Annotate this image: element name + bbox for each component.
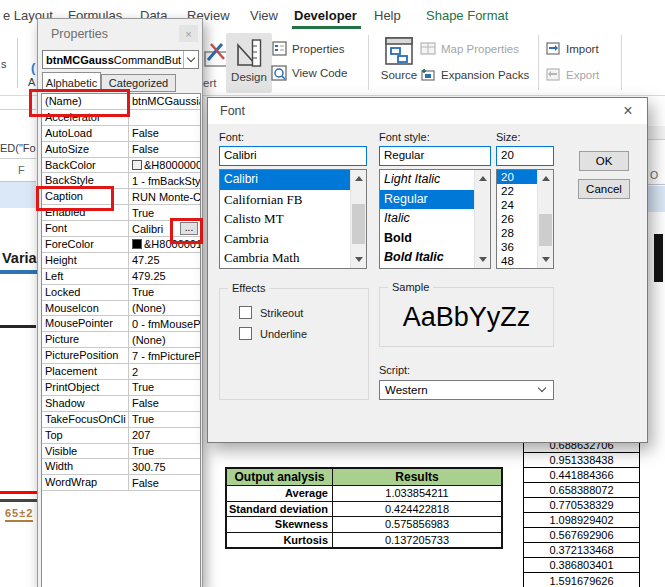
font-style-input[interactable]: Regular <box>379 146 491 166</box>
number-cell[interactable]: 0.770538329 <box>524 498 639 513</box>
number-cell[interactable]: 0.567692906 <box>524 528 639 543</box>
property-row-placement[interactable]: Placement2 <box>42 364 200 380</box>
property-value[interactable]: 479.25 <box>129 269 200 284</box>
selected-cell-highlight[interactable] <box>0 182 36 208</box>
font-option-calibri[interactable]: Calibri <box>220 170 350 190</box>
font-option-calisto-mt[interactable]: Calisto MT <box>220 209 350 229</box>
close-icon[interactable]: × <box>611 98 645 124</box>
import-button[interactable]: Import <box>545 41 599 56</box>
font-list-scrollbar[interactable] <box>350 170 366 268</box>
property-value[interactable] <box>129 110 200 125</box>
property-value[interactable]: True <box>129 412 200 427</box>
number-cell[interactable]: 0.658388072 <box>524 483 639 498</box>
size-option-20[interactable]: 20 <box>497 170 537 184</box>
font-option-californian-fb[interactable]: Californian FB <box>220 190 350 210</box>
style-option-bold-italic[interactable]: Bold Italic <box>380 248 474 268</box>
property-row-wordwrap[interactable]: WordWrapFalse <box>42 475 200 491</box>
style-option-regular[interactable]: Regular <box>380 190 474 210</box>
output-metric-value[interactable]: 0.424422818 <box>333 502 501 517</box>
expansion-packs-button[interactable]: Expansion Packs <box>420 67 529 82</box>
output-metric-label[interactable]: Standard deviation <box>227 502 333 517</box>
cancel-button[interactable]: Cancel <box>578 179 630 199</box>
output-metric-value[interactable]: 0.575856983 <box>333 517 501 532</box>
property-value[interactable]: False <box>129 126 200 141</box>
chevron-down-icon[interactable] <box>183 51 198 68</box>
property-row-mousepointer[interactable]: MousePointer0 - fmMousePo <box>42 316 200 332</box>
results-header[interactable]: Results <box>333 469 501 485</box>
size-option-48[interactable]: 48 <box>497 254 537 268</box>
output-metric-label[interactable]: Skewness <box>227 517 333 532</box>
view-code-button[interactable]: View Code <box>271 65 347 81</box>
number-cell[interactable]: 1.098929402 <box>524 513 639 528</box>
property-value[interactable]: 7 - fmPictureP <box>129 348 200 363</box>
property-value[interactable]: &H8000000( <box>129 158 200 173</box>
property-value[interactable]: 300.75 <box>129 459 200 474</box>
script-dropdown[interactable]: Western <box>379 380 554 400</box>
property-row-pictureposition[interactable]: PicturePosition7 - fmPictureP <box>42 348 200 364</box>
number-cell[interactable]: 0.951338438 <box>524 453 639 468</box>
property-row-takefocusoncli[interactable]: TakeFocusOnCliTrue <box>42 412 200 428</box>
property-row-printobject[interactable]: PrintObjectTrue <box>42 380 200 396</box>
property-row-left[interactable]: Left479.25 <box>42 269 200 285</box>
property-value[interactable]: True <box>129 285 200 300</box>
close-icon[interactable]: × <box>179 25 198 42</box>
font-size-input[interactable]: 20 <box>496 146 554 166</box>
output-metric-label[interactable]: Average <box>227 486 333 501</box>
column-header-o[interactable]: O <box>650 169 658 181</box>
property-row-top[interactable]: Top207 <box>42 428 200 444</box>
property-row-mouseicon[interactable]: MouseIcon(None) <box>42 301 200 317</box>
column-header-f[interactable]: F <box>18 164 25 176</box>
selected-cell-highlight-right[interactable] <box>648 186 665 212</box>
scroll-down-icon[interactable] <box>479 257 487 262</box>
style-option-bold[interactable]: Bold <box>380 229 474 249</box>
ribbon-tab-developer[interactable]: Developer <box>294 8 357 23</box>
property-value[interactable]: 2 <box>129 364 200 379</box>
number-cell[interactable]: 1.591679626 <box>524 573 639 587</box>
formula-bar-text[interactable]: ED("Fo <box>0 142 36 154</box>
number-cell[interactable]: 0.386803401 <box>524 558 639 573</box>
font-name-input[interactable]: Calibri <box>219 146 367 166</box>
property-value[interactable]: 1 - fmBackStyl <box>129 173 200 188</box>
size-option-36[interactable]: 36 <box>497 240 537 254</box>
strikeout-checkbox[interactable] <box>239 306 252 319</box>
property-row-shadow[interactable]: ShadowFalse <box>42 396 200 412</box>
size-option-22[interactable]: 22 <box>497 184 537 198</box>
property-value[interactable]: RUN Monte-Ca <box>129 189 200 204</box>
ribbon-tab-shape-format[interactable]: Shape Format <box>426 8 508 23</box>
property-row-backcolor[interactable]: BackColor&H8000000( <box>42 158 200 174</box>
ribbon-tab-view[interactable]: View <box>250 8 278 23</box>
property-value[interactable]: False <box>129 396 200 411</box>
property-value[interactable]: 207 <box>129 428 200 443</box>
ok-button[interactable]: OK <box>579 151 629 171</box>
property-row-locked[interactable]: LockedTrue <box>42 285 200 301</box>
scroll-up-icon[interactable] <box>542 176 550 181</box>
style-list-scrollbar[interactable] <box>474 170 490 268</box>
property-value[interactable]: True <box>129 444 200 459</box>
property-row-autoload[interactable]: AutoLoadFalse <box>42 126 200 142</box>
font-option-cambria-math[interactable]: Cambria Math <box>220 248 350 268</box>
scroll-up-icon[interactable] <box>355 176 363 181</box>
underline-checkbox[interactable] <box>239 327 252 340</box>
property-row-visible[interactable]: VisibleTrue <box>42 444 200 460</box>
control-properties-button[interactable]: Properties <box>272 41 344 56</box>
property-row-autosize[interactable]: AutoSizeFalse <box>42 142 200 158</box>
source-button[interactable]: Source <box>378 36 420 81</box>
property-row-width[interactable]: Width300.75 <box>42 459 200 475</box>
property-value[interactable]: (None) <box>129 332 200 347</box>
size-option-28[interactable]: 28 <box>497 226 537 240</box>
number-cell[interactable]: 0.441884366 <box>524 468 639 483</box>
style-option-light-italic[interactable]: Light Italic <box>380 170 474 190</box>
style-option-italic[interactable]: Italic <box>380 209 474 229</box>
ribbon-tab-help[interactable]: Help <box>374 8 401 23</box>
size-option-24[interactable]: 24 <box>497 198 537 212</box>
property-row-height[interactable]: Height47.25 <box>42 253 200 269</box>
number-cell[interactable]: 0.372133468 <box>524 543 639 558</box>
property-value[interactable]: False <box>129 142 200 157</box>
property-value[interactable]: btnMCGaussia <box>129 94 200 109</box>
design-mode-button[interactable]: Design <box>226 33 272 93</box>
scroll-down-icon[interactable] <box>355 257 363 262</box>
property-value[interactable]: 0 - fmMousePo <box>129 316 200 331</box>
font-option-cambria[interactable]: Cambria <box>220 229 350 249</box>
output-metric-label[interactable]: Kurtosis <box>227 533 333 548</box>
scroll-up-icon[interactable] <box>479 176 487 181</box>
